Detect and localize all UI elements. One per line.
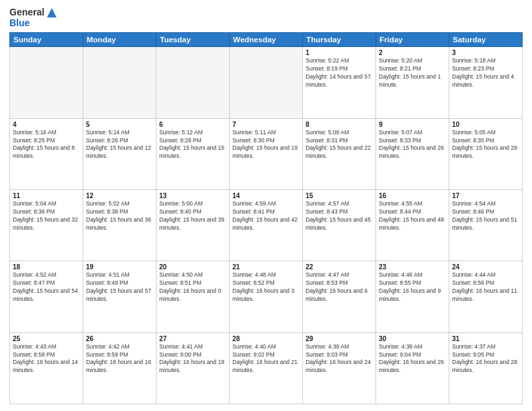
day-number: 15 <box>306 192 373 199</box>
day-info: Sunrise: 5:20 AMSunset: 8:21 PMDaylight:… <box>379 57 446 89</box>
calendar-cell: 13Sunrise: 5:00 AMSunset: 8:40 PMDayligh… <box>157 190 230 261</box>
calendar-week-row: 11Sunrise: 5:04 AMSunset: 8:36 PMDayligh… <box>10 190 523 261</box>
day-number: 8 <box>306 121 373 128</box>
calendar-cell: 25Sunrise: 4:43 AMSunset: 8:58 PMDayligh… <box>10 332 83 404</box>
calendar-cell: 3Sunrise: 5:18 AMSunset: 8:23 PMDaylight… <box>449 47 523 118</box>
calendar-cell: 20Sunrise: 4:50 AMSunset: 8:51 PMDayligh… <box>157 261 230 332</box>
day-number: 12 <box>86 192 153 199</box>
day-number: 1 <box>306 49 373 56</box>
calendar-week-row: 25Sunrise: 4:43 AMSunset: 8:58 PMDayligh… <box>10 332 523 404</box>
calendar-cell: 7Sunrise: 5:11 AMSunset: 8:30 PMDaylight… <box>230 118 303 189</box>
calendar-week-row: 1Sunrise: 5:22 AMSunset: 8:19 PMDaylight… <box>10 47 523 118</box>
day-info: Sunrise: 4:38 AMSunset: 9:04 PMDaylight:… <box>379 343 446 375</box>
svg-marker-0 <box>47 8 56 17</box>
day-info: Sunrise: 5:00 AMSunset: 8:40 PMDaylight:… <box>159 200 226 232</box>
calendar-cell: 4Sunrise: 5:16 AMSunset: 8:25 PMDaylight… <box>10 118 83 189</box>
calendar-cell: 23Sunrise: 4:46 AMSunset: 8:55 PMDayligh… <box>376 261 449 332</box>
calendar-cell: 6Sunrise: 5:12 AMSunset: 8:28 PMDaylight… <box>157 118 230 189</box>
day-number: 3 <box>452 49 519 56</box>
day-info: Sunrise: 4:46 AMSunset: 8:55 PMDaylight:… <box>379 271 446 304</box>
calendar-cell: 12Sunrise: 5:02 AMSunset: 8:38 PMDayligh… <box>83 190 157 261</box>
day-number: 17 <box>452 192 519 199</box>
calendar-cell: 8Sunrise: 5:09 AMSunset: 8:31 PMDaylight… <box>303 118 376 189</box>
day-number: 22 <box>306 263 373 271</box>
calendar-cell: 14Sunrise: 4:59 AMSunset: 8:41 PMDayligh… <box>230 190 303 261</box>
day-number: 11 <box>13 192 80 199</box>
calendar-cell: 22Sunrise: 4:47 AMSunset: 8:53 PMDayligh… <box>303 261 376 332</box>
day-info: Sunrise: 5:22 AMSunset: 8:19 PMDaylight:… <box>306 57 373 89</box>
day-info: Sunrise: 4:37 AMSunset: 9:05 PMDaylight:… <box>452 343 519 375</box>
day-number: 18 <box>13 263 80 271</box>
day-info: Sunrise: 5:07 AMSunset: 8:33 PMDaylight:… <box>379 129 446 161</box>
calendar-day-header: Sunday <box>10 33 83 47</box>
day-info: Sunrise: 5:09 AMSunset: 8:31 PMDaylight:… <box>306 129 373 161</box>
calendar-day-header: Friday <box>376 33 449 47</box>
day-info: Sunrise: 5:05 AMSunset: 8:35 PMDaylight:… <box>452 129 519 161</box>
day-info: Sunrise: 4:59 AMSunset: 8:41 PMDaylight:… <box>232 200 300 232</box>
calendar-cell: 18Sunrise: 4:52 AMSunset: 8:47 PMDayligh… <box>10 261 83 332</box>
day-info: Sunrise: 5:11 AMSunset: 8:30 PMDaylight:… <box>232 129 300 161</box>
day-number: 16 <box>379 192 446 199</box>
day-number: 21 <box>232 263 300 271</box>
day-info: Sunrise: 4:57 AMSunset: 8:43 PMDaylight:… <box>306 200 373 232</box>
day-info: Sunrise: 4:55 AMSunset: 8:44 PMDaylight:… <box>379 200 446 232</box>
calendar-cell: 11Sunrise: 5:04 AMSunset: 8:36 PMDayligh… <box>10 190 83 261</box>
calendar-cell: 5Sunrise: 5:14 AMSunset: 8:26 PMDaylight… <box>83 118 157 189</box>
calendar-cell <box>10 47 83 118</box>
logo-text: General Blue <box>9 7 56 28</box>
day-info: Sunrise: 5:14 AMSunset: 8:26 PMDaylight:… <box>86 129 153 161</box>
logo: General Blue <box>9 7 56 28</box>
day-number: 23 <box>379 263 446 271</box>
calendar-cell: 19Sunrise: 4:51 AMSunset: 8:49 PMDayligh… <box>83 261 157 332</box>
day-info: Sunrise: 4:47 AMSunset: 8:53 PMDaylight:… <box>306 271 373 304</box>
calendar-cell: 29Sunrise: 4:39 AMSunset: 9:03 PMDayligh… <box>303 332 376 404</box>
day-info: Sunrise: 5:18 AMSunset: 8:23 PMDaylight:… <box>452 57 519 89</box>
day-info: Sunrise: 4:51 AMSunset: 8:49 PMDaylight:… <box>86 271 153 304</box>
calendar-cell: 26Sunrise: 4:42 AMSunset: 8:59 PMDayligh… <box>83 332 157 404</box>
day-number: 20 <box>159 263 226 271</box>
logo-triangle-icon <box>47 8 56 17</box>
calendar-cell: 21Sunrise: 4:48 AMSunset: 8:52 PMDayligh… <box>230 261 303 332</box>
calendar-cell: 1Sunrise: 5:22 AMSunset: 8:19 PMDaylight… <box>303 47 376 118</box>
day-number: 19 <box>86 263 153 271</box>
calendar-cell: 16Sunrise: 4:55 AMSunset: 8:44 PMDayligh… <box>376 190 449 261</box>
day-info: Sunrise: 5:04 AMSunset: 8:36 PMDaylight:… <box>13 200 80 232</box>
calendar-cell: 2Sunrise: 5:20 AMSunset: 8:21 PMDaylight… <box>376 47 449 118</box>
calendar-day-header: Monday <box>83 33 157 47</box>
calendar-header-row: SundayMondayTuesdayWednesdayThursdayFrid… <box>10 33 523 47</box>
calendar-day-header: Wednesday <box>230 33 303 47</box>
day-number: 27 <box>159 335 226 342</box>
day-info: Sunrise: 4:48 AMSunset: 8:52 PMDaylight:… <box>232 271 300 304</box>
calendar-cell: 27Sunrise: 4:41 AMSunset: 9:00 PMDayligh… <box>157 332 230 404</box>
page: General Blue SundayMondayTuesdayWednesda… <box>0 0 532 411</box>
calendar-cell: 31Sunrise: 4:37 AMSunset: 9:05 PMDayligh… <box>449 332 523 404</box>
day-info: Sunrise: 4:39 AMSunset: 9:03 PMDaylight:… <box>306 343 373 375</box>
day-info: Sunrise: 5:12 AMSunset: 8:28 PMDaylight:… <box>159 129 226 161</box>
calendar-cell: 9Sunrise: 5:07 AMSunset: 8:33 PMDaylight… <box>376 118 449 189</box>
day-info: Sunrise: 4:50 AMSunset: 8:51 PMDaylight:… <box>159 271 226 304</box>
header: General Blue <box>9 7 523 28</box>
calendar-cell: 28Sunrise: 4:40 AMSunset: 9:02 PMDayligh… <box>230 332 303 404</box>
day-number: 28 <box>232 335 300 342</box>
calendar-cell: 15Sunrise: 4:57 AMSunset: 8:43 PMDayligh… <box>303 190 376 261</box>
day-info: Sunrise: 5:16 AMSunset: 8:25 PMDaylight:… <box>13 129 80 161</box>
day-info: Sunrise: 4:52 AMSunset: 8:47 PMDaylight:… <box>13 271 80 304</box>
day-number: 26 <box>86 335 153 342</box>
calendar-cell <box>230 47 303 118</box>
day-number: 25 <box>13 335 80 342</box>
day-number: 29 <box>306 335 373 342</box>
calendar-cell: 10Sunrise: 5:05 AMSunset: 8:35 PMDayligh… <box>449 118 523 189</box>
day-number: 7 <box>232 121 300 128</box>
calendar-week-row: 18Sunrise: 4:52 AMSunset: 8:47 PMDayligh… <box>10 261 523 332</box>
calendar-cell: 24Sunrise: 4:44 AMSunset: 8:56 PMDayligh… <box>449 261 523 332</box>
calendar-cell: 17Sunrise: 4:54 AMSunset: 8:46 PMDayligh… <box>449 190 523 261</box>
day-number: 5 <box>86 121 153 128</box>
day-number: 4 <box>13 121 80 128</box>
day-info: Sunrise: 4:42 AMSunset: 8:59 PMDaylight:… <box>86 343 153 375</box>
day-info: Sunrise: 4:54 AMSunset: 8:46 PMDaylight:… <box>452 200 519 232</box>
day-number: 9 <box>379 121 446 128</box>
day-number: 6 <box>159 121 226 128</box>
day-info: Sunrise: 4:40 AMSunset: 9:02 PMDaylight:… <box>232 343 300 375</box>
day-number: 31 <box>452 335 519 342</box>
logo-general: General <box>9 7 56 17</box>
